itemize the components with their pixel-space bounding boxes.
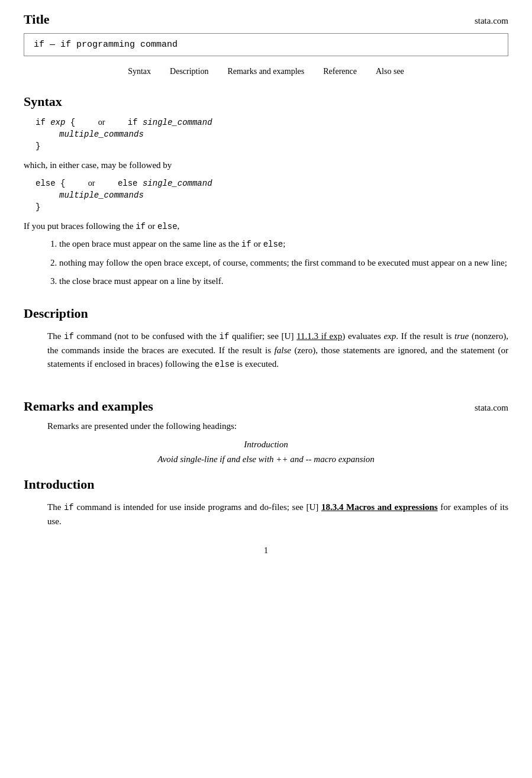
syntax-or1: or <box>98 118 105 127</box>
page-number: 1 <box>264 546 268 555</box>
which-text: which, in either case, may be followed b… <box>24 160 508 170</box>
syntax-if1: if exp { <box>36 118 75 127</box>
remarks-stata-com: stata.com <box>475 403 508 413</box>
page-footer: 1 <box>24 546 508 556</box>
description-section: Description The if command (not to be co… <box>24 306 508 372</box>
brace-if-code: if <box>136 222 146 231</box>
introduction-heading: Introduction <box>24 477 508 492</box>
remarks-link-intro[interactable]: Introduction <box>24 437 508 453</box>
syntax-else2: else single_command <box>118 179 212 188</box>
description-heading: Description <box>24 306 508 321</box>
tab-description[interactable]: Description <box>170 67 208 76</box>
command-box: if — if programming command <box>24 33 508 56</box>
syntax-line1: if exp { or if single_command <box>24 118 508 127</box>
remarks-header-row: Remarks and examples stata.com <box>24 393 508 414</box>
description-paragraph: The if command (not to be confused with … <box>24 330 508 372</box>
list1-if: if <box>241 240 252 249</box>
syntax-multiple2: multiple_commands <box>24 191 508 200</box>
introduction-section: Introduction The if command is intended … <box>24 477 508 528</box>
desc-false: false <box>275 346 291 355</box>
desc-link1[interactable]: 11.1.3 if exp <box>296 331 342 341</box>
desc-if1: if <box>64 332 74 341</box>
command-box-text: if — if programming command <box>34 40 178 50</box>
brace-rules-list: the open brace must appear on the same l… <box>59 237 508 288</box>
brace-intro-line: If you put braces following the if or el… <box>24 221 508 231</box>
tab-remarks[interactable]: Remarks and examples <box>227 67 304 76</box>
desc-if2: if <box>220 332 230 341</box>
syntax-or2: or <box>88 179 95 188</box>
remarks-intro: Remarks are presented under the followin… <box>24 421 508 431</box>
tab-syntax[interactable]: Syntax <box>128 67 151 76</box>
desc-true: true <box>454 331 469 341</box>
page-title: Title <box>24 12 50 27</box>
introduction-paragraph: The if command is intended for use insid… <box>24 501 508 528</box>
list-item-3: the close brace must appear on a line by… <box>59 275 508 288</box>
desc-exp: exp <box>383 331 396 341</box>
syntax-else1: else { <box>36 179 65 188</box>
else-line1: else { or else single_command <box>24 179 508 188</box>
remarks-section: Remarks and examples stata.com Remarks a… <box>24 393 508 467</box>
list-item-1: the open brace must appear on the same l… <box>59 237 508 251</box>
syntax-close2: } <box>24 202 508 212</box>
tab-also-see[interactable]: Also see <box>376 67 404 76</box>
remarks-link-avoid[interactable]: Avoid single-line if and else with ++ an… <box>24 452 508 467</box>
syntax-heading: Syntax <box>24 94 508 109</box>
tab-reference[interactable]: Reference <box>323 67 357 76</box>
remarks-heading: Remarks and examples <box>24 399 153 414</box>
intro-if: if <box>64 503 74 512</box>
nav-tabs: Syntax Description Remarks and examples … <box>24 67 508 76</box>
remarks-links: Introduction Avoid single-line if and el… <box>24 437 508 467</box>
page-header: Title stata.com <box>24 12 508 27</box>
syntax-section: Syntax if exp { or if single_command mul… <box>24 94 508 288</box>
list1-else: else <box>263 240 283 249</box>
page: Title stata.com if — if programming comm… <box>0 0 532 778</box>
list-item-2: nothing may follow the open brace except… <box>59 256 508 270</box>
header-stata-com: stata.com <box>475 16 508 26</box>
syntax-close1: } <box>24 141 508 151</box>
intro-link[interactable]: 18.3.4 Macros and expressions <box>321 502 438 512</box>
syntax-if2: if single_command <box>128 118 212 127</box>
syntax-multiple1: multiple_commands <box>24 130 508 139</box>
desc-else: else <box>215 360 235 369</box>
brace-else-code: else <box>157 222 178 231</box>
